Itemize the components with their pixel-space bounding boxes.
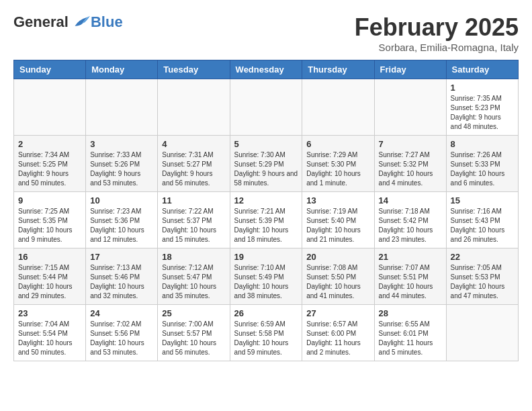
day-info: Sunrise: 7:15 AM Sunset: 5:44 PM Dayligh… [18,263,81,301]
day-cell: 24Sunrise: 7:02 AM Sunset: 5:56 PM Dayli… [86,305,158,361]
day-cell: 11Sunrise: 7:22 AM Sunset: 5:37 PM Dayli… [158,192,230,248]
day-cell: 18Sunrise: 7:12 AM Sunset: 5:47 PM Dayli… [158,248,230,305]
day-number: 14 [379,195,442,205]
week-row-5: 23Sunrise: 7:04 AM Sunset: 5:54 PM Dayli… [14,305,519,361]
day-number: 2 [18,139,81,149]
day-number: 19 [234,252,298,262]
day-info: Sunrise: 7:02 AM Sunset: 5:56 PM Dayligh… [90,320,153,357]
month-title: February 2025 [355,13,519,42]
day-info: Sunrise: 7:22 AM Sunset: 5:37 PM Dayligh… [162,207,225,244]
page-header: General Blue February 2025 Sorbara, Emil… [13,13,519,53]
day-number: 16 [18,252,81,262]
day-cell: 13Sunrise: 7:19 AM Sunset: 5:40 PM Dayli… [302,192,374,248]
day-info: Sunrise: 7:10 AM Sunset: 5:49 PM Dayligh… [234,263,298,301]
logo-general: General [13,13,69,31]
day-info: Sunrise: 7:21 AM Sunset: 5:39 PM Dayligh… [234,207,298,244]
day-number: 17 [90,252,153,262]
day-cell: 4Sunrise: 7:31 AM Sunset: 5:27 PM Daylig… [158,136,230,192]
logo-bird-icon [70,14,90,30]
day-info: Sunrise: 7:35 AM Sunset: 5:23 PM Dayligh… [451,94,514,132]
col-header-thursday: Thursday [302,60,374,79]
day-cell: 9Sunrise: 7:25 AM Sunset: 5:35 PM Daylig… [14,192,86,248]
day-number: 7 [379,139,442,149]
day-number: 28 [379,308,442,318]
day-cell: 2Sunrise: 7:34 AM Sunset: 5:25 PM Daylig… [14,136,86,192]
day-cell: 26Sunrise: 6:59 AM Sunset: 5:58 PM Dayli… [230,305,302,361]
day-cell: 1Sunrise: 7:35 AM Sunset: 5:23 PM Daylig… [446,79,518,136]
day-number: 23 [18,308,81,318]
day-info: Sunrise: 7:30 AM Sunset: 5:29 PM Dayligh… [234,150,298,188]
day-info: Sunrise: 7:13 AM Sunset: 5:46 PM Dayligh… [90,263,153,301]
day-info: Sunrise: 7:18 AM Sunset: 5:42 PM Dayligh… [379,207,442,244]
day-cell: 10Sunrise: 7:23 AM Sunset: 5:36 PM Dayli… [86,192,158,248]
day-info: Sunrise: 7:04 AM Sunset: 5:54 PM Dayligh… [18,320,81,357]
day-number: 24 [90,308,153,318]
day-cell [14,79,86,136]
day-cell: 3Sunrise: 7:33 AM Sunset: 5:26 PM Daylig… [86,136,158,192]
header-row: SundayMondayTuesdayWednesdayThursdayFrid… [14,60,519,79]
calendar-header: SundayMondayTuesdayWednesdayThursdayFrid… [14,60,519,79]
day-number: 8 [451,139,514,149]
calendar-body: 1Sunrise: 7:35 AM Sunset: 5:23 PM Daylig… [14,79,519,361]
week-row-3: 9Sunrise: 7:25 AM Sunset: 5:35 PM Daylig… [14,192,519,248]
day-info: Sunrise: 7:26 AM Sunset: 5:33 PM Dayligh… [451,150,514,188]
day-cell [158,79,230,136]
day-cell: 17Sunrise: 7:13 AM Sunset: 5:46 PM Dayli… [86,248,158,305]
logo-blue: Blue [91,13,123,31]
day-info: Sunrise: 6:55 AM Sunset: 6:01 PM Dayligh… [379,320,442,357]
day-number: 1 [451,83,514,93]
day-number: 27 [306,308,369,318]
day-number: 25 [162,308,225,318]
col-header-tuesday: Tuesday [158,60,230,79]
day-number: 13 [306,195,369,205]
week-row-4: 16Sunrise: 7:15 AM Sunset: 5:44 PM Dayli… [14,248,519,305]
day-cell: 27Sunrise: 6:57 AM Sunset: 6:00 PM Dayli… [302,305,374,361]
day-cell: 6Sunrise: 7:29 AM Sunset: 5:30 PM Daylig… [302,136,374,192]
day-number: 11 [162,195,225,205]
day-cell [446,305,518,361]
day-cell: 19Sunrise: 7:10 AM Sunset: 5:49 PM Dayli… [230,248,302,305]
day-cell: 20Sunrise: 7:08 AM Sunset: 5:50 PM Dayli… [302,248,374,305]
day-cell [230,79,302,136]
day-cell: 5Sunrise: 7:30 AM Sunset: 5:29 PM Daylig… [230,136,302,192]
day-number: 6 [306,139,369,149]
day-info: Sunrise: 7:05 AM Sunset: 5:53 PM Dayligh… [451,263,514,301]
day-info: Sunrise: 7:00 AM Sunset: 5:57 PM Dayligh… [162,320,225,357]
day-cell: 15Sunrise: 7:16 AM Sunset: 5:43 PM Dayli… [446,192,518,248]
day-info: Sunrise: 6:57 AM Sunset: 6:00 PM Dayligh… [306,320,369,357]
day-number: 15 [451,195,514,205]
day-info: Sunrise: 7:25 AM Sunset: 5:35 PM Dayligh… [18,207,81,244]
col-header-saturday: Saturday [446,60,518,79]
day-info: Sunrise: 7:23 AM Sunset: 5:36 PM Dayligh… [90,207,153,244]
col-header-monday: Monday [86,60,158,79]
day-cell: 25Sunrise: 7:00 AM Sunset: 5:57 PM Dayli… [158,305,230,361]
calendar-table: SundayMondayTuesdayWednesdayThursdayFrid… [13,60,519,361]
week-row-2: 2Sunrise: 7:34 AM Sunset: 5:25 PM Daylig… [14,136,519,192]
day-cell: 12Sunrise: 7:21 AM Sunset: 5:39 PM Dayli… [230,192,302,248]
day-cell: 16Sunrise: 7:15 AM Sunset: 5:44 PM Dayli… [14,248,86,305]
location: Sorbara, Emilia-Romagna, Italy [355,42,519,53]
day-number: 4 [162,139,225,149]
day-number: 10 [90,195,153,205]
day-number: 21 [379,252,442,262]
day-info: Sunrise: 7:34 AM Sunset: 5:25 PM Dayligh… [18,150,81,188]
day-cell: 28Sunrise: 6:55 AM Sunset: 6:01 PM Dayli… [374,305,446,361]
day-number: 5 [234,139,298,149]
day-cell: 7Sunrise: 7:27 AM Sunset: 5:32 PM Daylig… [374,136,446,192]
day-info: Sunrise: 7:29 AM Sunset: 5:30 PM Dayligh… [306,150,369,188]
day-number: 9 [18,195,81,205]
day-number: 22 [451,252,514,262]
day-number: 26 [234,308,298,318]
col-header-friday: Friday [374,60,446,79]
day-info: Sunrise: 7:33 AM Sunset: 5:26 PM Dayligh… [90,150,153,188]
day-info: Sunrise: 7:27 AM Sunset: 5:32 PM Dayligh… [379,150,442,188]
day-number: 18 [162,252,225,262]
day-number: 3 [90,139,153,149]
day-number: 20 [306,252,369,262]
day-info: Sunrise: 7:12 AM Sunset: 5:47 PM Dayligh… [162,263,225,301]
day-cell: 8Sunrise: 7:26 AM Sunset: 5:33 PM Daylig… [446,136,518,192]
day-cell [302,79,374,136]
day-info: Sunrise: 7:19 AM Sunset: 5:40 PM Dayligh… [306,207,369,244]
day-cell: 21Sunrise: 7:07 AM Sunset: 5:51 PM Dayli… [374,248,446,305]
col-header-sunday: Sunday [14,60,86,79]
